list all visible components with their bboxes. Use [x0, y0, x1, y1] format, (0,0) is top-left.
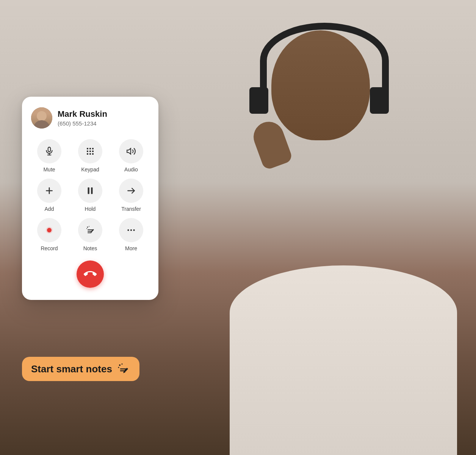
audio-label: Audio	[124, 166, 138, 173]
mute-circle[interactable]	[37, 139, 61, 163]
phone-end-icon	[84, 268, 97, 281]
add-button[interactable]: Add	[31, 179, 67, 212]
svg-rect-8	[92, 151, 94, 152]
clothing-shape	[230, 265, 457, 455]
audio-button[interactable]: Audio	[113, 139, 149, 173]
tooltip-main[interactable]: Start smart notes	[22, 357, 139, 381]
notes-circle[interactable]	[78, 218, 102, 242]
add-circle[interactable]	[37, 179, 61, 203]
record-circle[interactable]	[37, 218, 61, 242]
svg-point-26	[127, 229, 129, 231]
notes-button[interactable]: Notes	[72, 218, 108, 251]
contact-phone: (650) 555-1234	[58, 120, 107, 127]
svg-rect-16	[91, 187, 92, 194]
transfer-button[interactable]: Transfer	[113, 179, 149, 212]
contact-row: Mark Ruskin (650) 555-1234	[31, 107, 149, 129]
end-call-button[interactable]	[77, 260, 104, 288]
svg-point-21	[89, 226, 89, 227]
record-button[interactable]: Record	[31, 218, 67, 251]
svg-rect-15	[88, 187, 89, 194]
svg-rect-9	[87, 153, 88, 155]
keypad-button[interactable]: Keypad	[72, 139, 108, 173]
keypad-circle[interactable]	[78, 139, 102, 163]
avatar-face	[31, 107, 52, 129]
svg-marker-12	[127, 148, 131, 154]
svg-rect-5	[92, 148, 94, 149]
end-call-row	[31, 260, 149, 288]
record-dot-icon	[44, 225, 55, 235]
smart-notes-tooltip[interactable]: Start smart notes	[22, 357, 139, 381]
svg-rect-6	[87, 151, 88, 152]
avatar	[31, 107, 52, 129]
more-label: More	[125, 245, 137, 251]
record-label: Record	[41, 245, 58, 251]
svg-point-28	[133, 229, 135, 231]
sparkle-pen-icon	[117, 362, 130, 376]
call-buttons-grid: Mute Keypad	[31, 139, 149, 251]
microphone-icon	[44, 146, 54, 156]
svg-rect-3	[87, 148, 88, 149]
svg-rect-11	[92, 153, 94, 155]
svg-rect-7	[89, 151, 91, 152]
svg-point-30	[121, 364, 122, 365]
headset-ear-left	[249, 87, 268, 114]
call-card: Mark Ruskin (650) 555-1234 Mute	[22, 97, 158, 300]
contact-name: Mark Ruskin	[58, 109, 107, 119]
keypad-label: Keypad	[81, 166, 99, 173]
add-label: Add	[45, 206, 54, 212]
hold-button[interactable]: Hold	[72, 179, 108, 212]
headset-ear-right	[370, 87, 389, 114]
audio-circle[interactable]	[119, 139, 143, 163]
svg-point-19	[47, 228, 52, 232]
speaker-icon	[126, 146, 136, 156]
svg-point-29	[119, 364, 121, 366]
notes-pen-icon	[85, 225, 96, 235]
ellipsis-icon	[126, 225, 136, 235]
mute-label: Mute	[43, 166, 55, 173]
svg-point-27	[130, 229, 132, 231]
notes-label: Notes	[83, 245, 97, 251]
hold-circle[interactable]	[78, 179, 102, 203]
svg-rect-10	[89, 153, 91, 155]
transfer-icon	[126, 186, 136, 196]
transfer-label: Transfer	[121, 206, 141, 212]
keypad-icon	[86, 147, 95, 156]
contact-info: Mark Ruskin (650) 555-1234	[58, 109, 107, 127]
more-button[interactable]: More	[113, 218, 149, 251]
svg-point-22	[86, 228, 87, 229]
plus-icon	[44, 186, 54, 196]
svg-point-20	[87, 227, 88, 228]
smart-notes-label: Start smart notes	[31, 363, 112, 375]
mute-button[interactable]: Mute	[31, 139, 67, 173]
hold-label: Hold	[85, 206, 96, 212]
svg-point-31	[118, 367, 119, 368]
svg-rect-0	[48, 147, 51, 152]
transfer-circle[interactable]	[119, 179, 143, 203]
svg-rect-4	[89, 148, 91, 149]
pause-icon	[85, 186, 95, 196]
more-circle[interactable]	[119, 218, 143, 242]
headset-arc	[260, 23, 389, 99]
